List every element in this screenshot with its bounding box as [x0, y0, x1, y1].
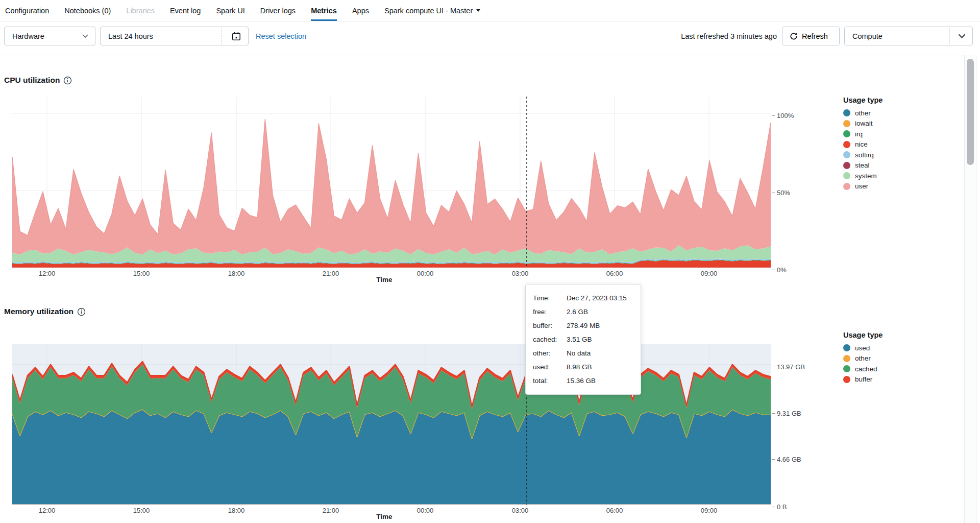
legend-item-used: used — [843, 343, 961, 353]
x-tick-label: 21:00 — [323, 270, 339, 277]
tooltip-row-value: 8.98 GB — [567, 363, 633, 371]
tooltip-row-label: cached: — [533, 336, 567, 343]
tab-label: Metrics — [311, 7, 337, 15]
cpu-title-text: CPU utilization — [4, 76, 60, 85]
x-tick-label: 00:00 — [417, 270, 434, 277]
y-tick-label: 4.66 GB — [772, 456, 801, 463]
time-range-picker[interactable]: Last 24 hours — [100, 27, 249, 45]
compute-select-value: Compute — [845, 32, 883, 40]
tab-notebooks-0[interactable]: Notebooks (0) — [64, 0, 111, 21]
x-axis-title: Time — [376, 513, 392, 520]
tooltip-row-value: 2.6 GB — [567, 308, 633, 316]
x-tick-label: 00:00 — [417, 507, 434, 514]
tooltip-row-cached: cached:3.51 GB — [533, 332, 633, 346]
x-tick-label: 03:00 — [512, 507, 529, 514]
y-tick-label: 0 B — [772, 503, 787, 511]
legend-item-system: system — [843, 171, 961, 181]
y-tick-text: 4.66 GB — [777, 456, 801, 463]
tick-mark — [772, 115, 775, 116]
tab-label: Event log — [170, 7, 201, 15]
info-icon[interactable] — [63, 76, 72, 85]
legend-item-user: user — [843, 181, 961, 192]
tick-mark — [772, 367, 775, 368]
x-tick-label: 18:00 — [228, 507, 245, 514]
chevron-down-icon — [82, 34, 88, 38]
hardware-select[interactable]: Hardware — [4, 27, 95, 45]
tab-spark-ui[interactable]: Spark UI — [216, 0, 244, 21]
divider — [949, 28, 950, 44]
legend-item-nice: nice — [843, 139, 961, 150]
tick-mark — [772, 193, 775, 194]
tab-label: Spark UI — [216, 7, 244, 15]
y-tick-label: 9.31 GB — [772, 410, 801, 417]
tab-metrics[interactable]: Metrics — [311, 0, 337, 21]
tab-libraries[interactable]: Libraries — [126, 0, 155, 21]
legend-item-label: system — [855, 172, 877, 180]
compute-select[interactable]: Compute — [844, 27, 973, 45]
memory-section-title: Memory utilization — [4, 307, 86, 316]
legend-item-label: other — [855, 109, 871, 117]
scrollbar-track[interactable] — [964, 55, 976, 523]
tooltip-row-value: 15.36 GB — [567, 377, 633, 385]
refresh-icon — [790, 32, 798, 40]
memory-chart[interactable] — [12, 344, 771, 505]
tab-configuration[interactable]: Configuration — [5, 0, 49, 21]
legend-item-label: softirq — [855, 151, 874, 159]
legend-item-buffer: buffer — [843, 374, 961, 385]
tick-mark — [772, 507, 775, 508]
reset-selection-link[interactable]: Reset selection — [256, 27, 306, 45]
tooltip-row-free: free:2.6 GB — [533, 305, 633, 319]
cpu-legend-title: Usage type — [843, 96, 961, 104]
legend-dot-icon — [843, 109, 850, 116]
legend-item-other: other — [843, 353, 961, 364]
info-icon[interactable] — [77, 307, 86, 316]
x-tick-label: 15:00 — [133, 270, 150, 277]
tooltip-row-label: free: — [533, 308, 567, 316]
y-tick-text: 50% — [777, 189, 790, 197]
tooltip-row-other: other:No data — [533, 346, 633, 360]
legend-dot-icon — [843, 151, 850, 158]
tooltip-row-value: 278.49 MB — [567, 322, 633, 329]
tab-label: Apps — [352, 7, 369, 15]
tooltip-row-label: Time: — [533, 294, 567, 302]
legend-item-label: iowait — [855, 120, 873, 127]
tab-label: Driver logs — [260, 7, 296, 15]
memory-title-text: Memory utilization — [4, 307, 74, 316]
filter-bar: Hardware Last 24 hours Reset selection L… — [0, 21, 964, 56]
tooltip-row-label: buffer: — [533, 322, 567, 329]
x-tick-label: 06:00 — [606, 507, 623, 514]
y-tick-text: 0 B — [777, 503, 787, 511]
legend-item-steal: steal — [843, 160, 961, 171]
hardware-select-value: Hardware — [5, 32, 44, 40]
x-tick-label: 18:00 — [228, 270, 245, 277]
cpu-legend: Usage type otheriowaitirqnicesoftirqstea… — [843, 96, 961, 192]
tooltip-row-value: Dec 27, 2023 03:15 — [567, 294, 633, 302]
legend-item-other: other — [843, 108, 961, 118]
y-tick-text: 13.97 GB — [777, 363, 805, 371]
tab-label: Libraries — [126, 7, 155, 15]
legend-dot-icon — [843, 355, 850, 362]
caret-down-icon — [476, 9, 480, 12]
scrollbar-thumb[interactable] — [967, 59, 974, 165]
tooltip-row-label: total: — [533, 377, 567, 385]
memory-legend: Usage type usedothercachedbuffer — [843, 331, 961, 385]
legend-item-label: user — [855, 182, 868, 190]
x-tick-label: 12:00 — [39, 507, 56, 514]
legend-dot-icon — [843, 183, 850, 190]
tab-event-log[interactable]: Event log — [170, 0, 201, 21]
legend-item-cached: cached — [843, 364, 961, 374]
tooltip-row-buffer: buffer:278.49 MB — [533, 319, 633, 332]
legend-item-irq: irq — [843, 129, 961, 139]
tab-spark-compute-ui-master[interactable]: Spark compute UI - Master — [384, 0, 480, 21]
chart-tooltip: Time:Dec 27, 2023 03:15free:2.6 GBbuffer… — [525, 284, 641, 395]
cpu-chart[interactable] — [12, 97, 771, 268]
tooltip-row-value: 3.51 GB — [567, 336, 633, 343]
x-tick-label: 21:00 — [323, 507, 339, 514]
tab-apps[interactable]: Apps — [352, 0, 369, 21]
tooltip-row-label: other: — [533, 349, 567, 357]
tick-mark — [772, 270, 775, 271]
refresh-button[interactable]: Refresh — [782, 27, 840, 45]
tab-driver-logs[interactable]: Driver logs — [260, 0, 296, 21]
cpu-section-title: CPU utilization — [4, 76, 72, 85]
chevron-down-icon — [958, 34, 966, 39]
